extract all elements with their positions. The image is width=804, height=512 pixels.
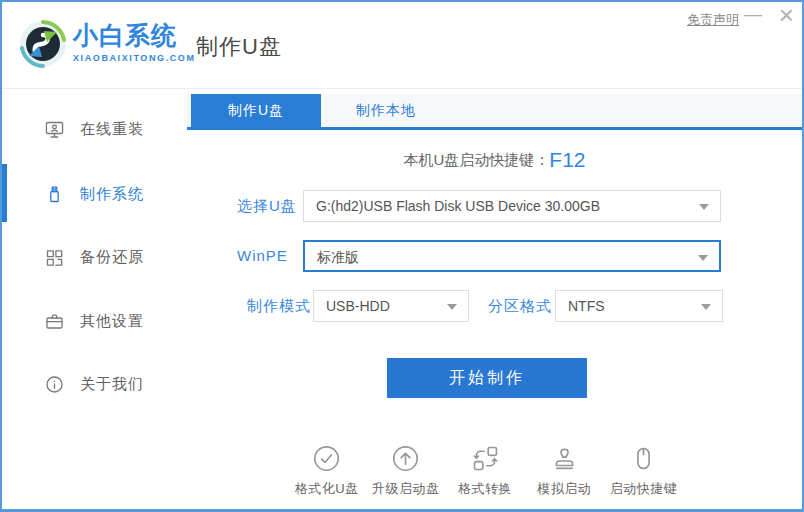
sidebar-item-make-system[interactable]: 制作系统 (2, 182, 187, 208)
tab-make-local[interactable]: 制作本地 (321, 94, 451, 127)
winpe-select[interactable]: 标准版 (303, 240, 721, 272)
tool-label: 格式转换 (445, 480, 524, 498)
sidebar-item-other-settings[interactable]: 其他设置 (2, 309, 187, 335)
about-us-icon (44, 374, 65, 395)
hotkey-label: 本机U盘启动快捷键： (403, 151, 549, 168)
tool-upgrade-boot[interactable]: 升级启动盘 (366, 444, 445, 498)
tab-bar: 制作U盘 制作本地 (187, 94, 802, 130)
partition-select[interactable]: NTFS (555, 290, 723, 322)
sidebar-item-label: 制作系统 (80, 185, 144, 204)
tool-label: 启动快捷键 (604, 480, 683, 498)
header: 小白系统 XIAOBAIXITONG.COM 制作U盘 免责声明 — × (2, 2, 802, 89)
sidebar-item-label: 关于我们 (80, 375, 144, 394)
sidebar-item-about-us[interactable]: 关于我们 (2, 372, 187, 398)
simulate-boot-icon (550, 444, 579, 473)
upgrade-boot-icon (391, 444, 420, 473)
chevron-down-icon (698, 255, 708, 261)
backup-restore-icon (44, 247, 65, 268)
winpe-select-label: WinPE (237, 240, 288, 272)
brand-logo-icon (18, 19, 68, 69)
usb-select-value: G:(hd2)USB Flash Disk USB Device 30.00GB (316, 191, 694, 221)
chevron-down-icon (701, 304, 711, 310)
tab-make-usb[interactable]: 制作U盘 (191, 94, 321, 127)
sidebar: 在线重装 制作系统 备份还原 其他设置 关于我们 (2, 90, 187, 509)
tool-boot-hotkey[interactable]: 启动快捷键 (604, 444, 683, 498)
brand: 小白系统 XIAOBAIXITONG.COM (73, 23, 196, 63)
mode-select[interactable]: USB-HDD (313, 290, 469, 322)
boot-hotkey-icon (629, 444, 658, 473)
tool-label: 格式化U盘 (287, 480, 366, 498)
chevron-down-icon (447, 304, 457, 310)
tool-label: 升级启动盘 (366, 480, 445, 498)
footer-toolbar: 格式化U盘 升级启动盘 格式转换 模拟启动 (287, 444, 683, 498)
online-reinstall-icon (44, 119, 65, 140)
boot-hotkey-line: 本机U盘启动快捷键：F12 (187, 148, 802, 172)
sidebar-item-label: 备份还原 (80, 248, 144, 267)
make-system-icon (44, 184, 65, 205)
minimize-button[interactable]: — (744, 4, 762, 25)
partition-select-value: NTFS (568, 291, 696, 321)
tool-format-usb[interactable]: 格式化U盘 (287, 444, 366, 498)
tool-label: 模拟启动 (525, 480, 604, 498)
other-settings-icon (44, 311, 65, 332)
start-make-button[interactable]: 开始制作 (387, 358, 587, 398)
mode-select-label: 制作模式 (247, 290, 311, 322)
chevron-down-icon (699, 204, 709, 210)
mode-select-value: USB-HDD (326, 291, 442, 321)
brand-domain: XIAOBAIXITONG.COM (73, 54, 196, 63)
brand-name: 小白系统 (73, 23, 196, 48)
sidebar-item-backup-restore[interactable]: 备份还原 (2, 245, 187, 271)
tool-simulate-boot[interactable]: 模拟启动 (525, 444, 604, 498)
sidebar-item-label: 其他设置 (80, 312, 144, 331)
app-window: 小白系统 XIAOBAIXITONG.COM 制作U盘 免责声明 — × 在线重… (0, 0, 804, 512)
partition-select-label: 分区格式 (488, 290, 552, 322)
sidebar-item-label: 在线重装 (80, 120, 144, 139)
format-convert-icon (471, 444, 500, 473)
sidebar-item-online-reinstall[interactable]: 在线重装 (2, 117, 187, 143)
disclaimer-link[interactable]: 免责声明 (687, 11, 739, 29)
page-title: 制作U盘 (196, 32, 282, 62)
format-usb-icon (312, 444, 341, 473)
hotkey-value: F12 (549, 148, 585, 171)
tool-format-convert[interactable]: 格式转换 (445, 444, 524, 498)
close-button[interactable]: × (779, 0, 794, 31)
usb-select[interactable]: G:(hd2)USB Flash Disk USB Device 30.00GB (303, 190, 721, 222)
winpe-select-value: 标准版 (317, 242, 693, 272)
usb-select-label: 选择U盘 (237, 190, 297, 222)
